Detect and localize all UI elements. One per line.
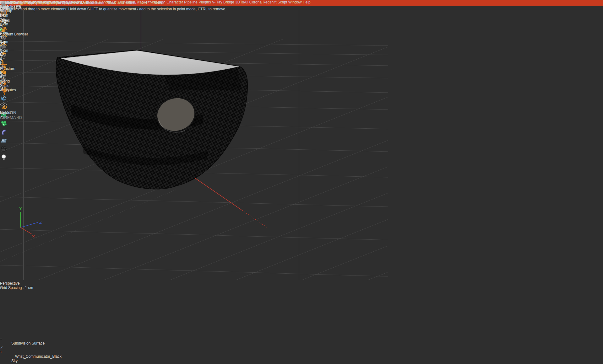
- pos-y-value: 0 cm: [0, 13, 8, 18]
- generator-enabled-check[interactable]: ✓: [0, 345, 3, 350]
- rot-p-value: 0 °: [0, 66, 5, 70]
- object-name[interactable]: Wrist_Communicator_Black: [15, 354, 62, 359]
- rot-b-value: 0 °: [0, 75, 5, 79]
- pos-z-value: 0 cm: [0, 22, 8, 26]
- size-y-field[interactable]: 0 cm: [0, 40, 24, 44]
- size-y-value: 0 cm: [0, 40, 8, 44]
- object-name[interactable]: Sky: [11, 359, 18, 363]
- size-y-label: Y: [0, 35, 3, 40]
- rot-b-field[interactable]: 0 °: [0, 75, 30, 79]
- rot-p-label: P: [0, 62, 3, 66]
- object-row-sky[interactable]: Sky: [0, 359, 65, 363]
- object-name[interactable]: Subdivision Surface: [11, 341, 45, 345]
- rot-p-field[interactable]: 0 °: [0, 66, 30, 70]
- coordinate-space-dropdown[interactable]: World: [0, 79, 24, 83]
- pos-z-label: Z: [0, 18, 2, 22]
- coordinates-panel: -- -- -- X 0 cm Y 0 cm Z 0 cm X 0 cm Y 0…: [0, 0, 30, 92]
- size-z-field[interactable]: 0 cm: [0, 48, 24, 53]
- rot-b-label: B: [0, 70, 3, 75]
- object-row-subdivision-surface[interactable]: − Subdivision Surface ✓: [0, 337, 65, 350]
- status-drag-handle: [1, 1, 5, 6]
- collapse-icon[interactable]: −: [0, 337, 65, 341]
- coordinate-space-value: World: [0, 79, 10, 83]
- apply-label: Apply: [0, 88, 9, 92]
- tab-layers[interactable]: Layers: [0, 110, 28, 127]
- size-mode-value: Scale: [0, 83, 9, 88]
- object-row-wrist-communicator[interactable]: + Wrist_Communicator_Black: [0, 350, 65, 359]
- status-message: Move: Click and drag to move elements. H…: [0, 7, 226, 11]
- size-mode-dropdown[interactable]: Scale: [0, 83, 24, 88]
- apply-button[interactable]: Apply: [0, 88, 30, 92]
- rot-h-field[interactable]: 0 °: [0, 57, 30, 62]
- expand-icon[interactable]: +: [0, 350, 65, 354]
- pos-y-field[interactable]: 0 cm: [0, 13, 24, 18]
- status-bar: Move: Click and drag to move elements. H…: [0, 0, 226, 11]
- pos-z-field[interactable]: 0 cm: [0, 22, 24, 26]
- rot-h-label: H: [0, 53, 3, 57]
- size-z-value: 0 cm: [0, 48, 8, 53]
- size-x-field[interactable]: 0 cm: [0, 31, 24, 35]
- keyframe-selection-button[interactable]: [0, 92, 8, 98]
- size-x-value: 0 cm: [0, 31, 8, 35]
- size-x-label: X: [0, 26, 3, 31]
- size-z-label: Z: [0, 44, 2, 48]
- rot-h-value: 0 °: [0, 57, 5, 62]
